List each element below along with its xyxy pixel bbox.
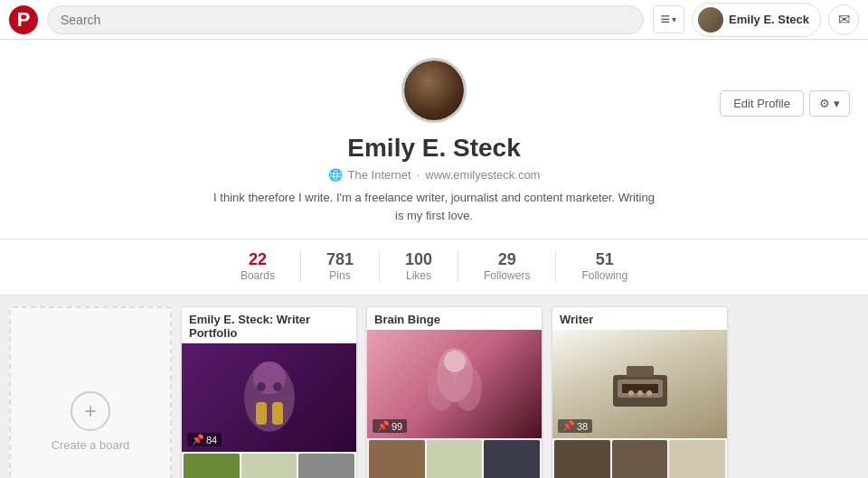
profile-meta: 🌐 The Internet · www.emilyesteck.com [0,168,868,182]
profile-content: Emily E. Steck 🌐 The Internet · www.emil… [0,40,868,239]
hamburger-button[interactable]: ≡ ▾ [653,5,685,33]
stat-followers[interactable]: 29 Followers [458,250,556,282]
hamburger-icon: ≡ [661,10,671,29]
board-pin-count-1: 📌 99 [373,419,407,433]
followers-count: 29 [484,250,530,269]
profile-avatar [401,58,467,123]
svg-rect-2 [256,402,267,425]
message-icon: ✉ [838,11,850,28]
svg-point-7 [428,366,455,411]
board-thumb-2 [241,454,297,478]
globe-icon: 🌐 [328,168,343,182]
svg-point-9 [444,351,466,372]
meta-separator: · [417,168,420,182]
following-label: Following [581,269,627,282]
chevron-icon: ▾ [672,14,676,24]
board-thumbs-1 [367,438,542,478]
svg-point-5 [273,382,282,391]
followers-label: Followers [484,269,530,282]
likes-label: Likes [405,269,432,282]
svg-rect-13 [627,366,654,377]
board-pin-count-2: 📌 38 [558,419,592,433]
board-thumbs-0 [182,452,356,478]
board-thumb-8 [612,440,668,478]
board-thumb-5 [427,440,483,478]
likes-count: 100 [405,250,432,269]
profile-section: Emily E. Steck 🌐 The Internet · www.emil… [0,40,868,239]
board-pin-count-0: 📌 84 [187,433,222,446]
pins-count: 781 [326,250,354,269]
board-thumb-7 [554,440,610,478]
board-main-image-writer-portfolio[interactable]: 📌 84 [182,343,356,452]
nav-username: Emily E. Steck [729,13,809,26]
board-artwork-svg-1 [414,339,495,429]
board-title-brain-binge: Brain Binge [367,307,542,330]
top-navigation: P ≡ ▾ Emily E. Steck ✉ [0,0,868,40]
nav-avatar-image [698,7,723,33]
profile-bio: I think therefore I write. I'm a freelan… [208,189,660,224]
nav-right: ≡ ▾ Emily E. Steck ✉ [653,3,859,37]
avatar-image [404,61,464,120]
board-thumb-9 [669,440,725,478]
svg-point-15 [637,390,643,396]
stats-row: 22 Boards 781 Pins 100 Likes 29 Follower… [0,239,868,295]
svg-rect-3 [272,402,283,425]
board-thumbs-2 [552,438,727,478]
stat-pins[interactable]: 781 Pins [301,250,380,282]
pin-icon-2: 📌 [562,420,575,432]
svg-point-14 [628,390,634,396]
edit-profile-button[interactable]: Edit Profile [720,90,804,117]
svg-point-4 [257,382,266,391]
pin-icon-1: 📌 [377,420,390,432]
svg-point-8 [455,366,482,411]
profile-actions: Edit Profile ⚙ ▾ [720,90,850,117]
board-artwork-svg-2 [604,352,676,416]
create-board-label: Create a board [52,438,130,452]
stat-following[interactable]: 51 Following [556,250,653,282]
settings-icon: ⚙ [819,97,830,110]
following-count: 51 [581,250,627,269]
board-card-writer-portfolio: Emily E. Steck: Writer Portfolio 📌 84 [181,306,357,478]
profile-location: The Internet [348,168,411,182]
stat-likes[interactable]: 100 Likes [380,250,458,282]
pin-icon: 📌 [192,434,204,445]
create-plus-icon: + [71,391,110,431]
board-thumb-1 [184,454,240,478]
board-main-image-brain-binge[interactable]: 📌 99 [367,330,542,438]
settings-button[interactable]: ⚙ ▾ [809,90,850,117]
board-card-writer: Writer 📌 38 [552,306,728,478]
profile-name: Emily E. Steck [0,134,868,163]
boards-count: 22 [241,250,275,269]
user-menu-button[interactable]: Emily E. Steck [692,3,821,37]
settings-chevron: ▾ [834,97,840,110]
search-input[interactable] [61,13,630,27]
svg-point-16 [646,390,652,396]
stat-boards[interactable]: 22 Boards [215,250,301,282]
nav-avatar [698,7,723,33]
board-thumb-4 [369,440,425,478]
pins-label: Pins [326,269,354,282]
board-thumb-6 [484,440,540,478]
board-title-writer: Writer [552,307,727,330]
pinterest-logo[interactable]: P [9,5,38,34]
boards-section: + Create a board Emily E. Steck: Writer … [0,295,868,478]
board-thumb-3 [298,454,354,478]
search-bar-container[interactable] [47,5,644,34]
board-artwork-svg [233,352,306,443]
messages-button[interactable]: ✉ [828,5,859,35]
create-board-card[interactable]: + Create a board [9,306,172,478]
board-title-writer-portfolio: Emily E. Steck: Writer Portfolio [182,307,356,343]
board-card-brain-binge: Brain Binge 📌 99 Edit [366,306,542,478]
profile-website[interactable]: www.emilyesteck.com [425,168,540,182]
board-main-image-writer[interactable]: 📌 38 [552,330,727,438]
boards-label: Boards [241,269,275,282]
